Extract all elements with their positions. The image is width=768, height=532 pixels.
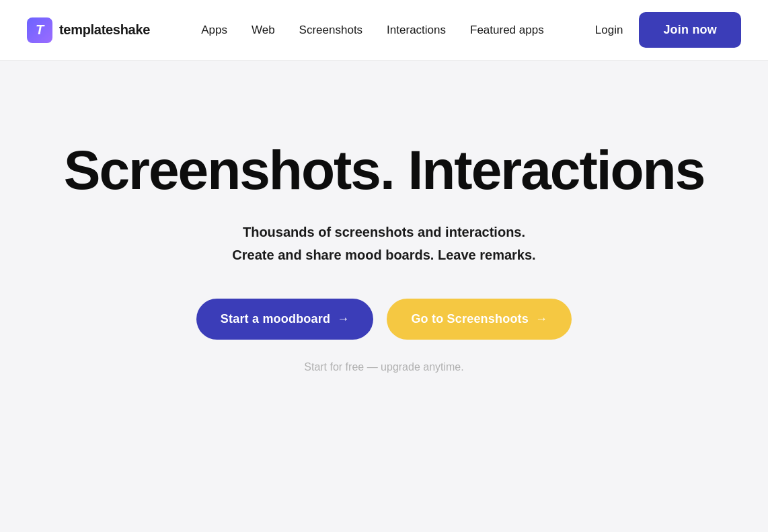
btn-screenshots-label: Go to Screenshoots	[411, 312, 529, 326]
join-now-button[interactable]: Join now	[639, 12, 741, 48]
nav-item-apps[interactable]: Apps	[201, 24, 227, 37]
btn-moodboard-label: Start a moodboard	[221, 312, 330, 326]
nav-item-web[interactable]: Web	[252, 24, 275, 37]
nav-item-interactions[interactable]: Interactions	[387, 24, 446, 37]
hero-title: Screenshots. Interactions	[64, 141, 705, 199]
main-content: Screenshots. Interactions Thousands of s…	[0, 61, 768, 427]
main-nav: Apps Web Screenshots Interactions Featur…	[201, 24, 543, 37]
logo-text: templateshake	[59, 22, 150, 38]
free-note: Start for free — upgrade anytime.	[304, 361, 463, 373]
btn-screenshots-arrow: →	[535, 312, 547, 326]
login-link[interactable]: Login	[595, 24, 623, 37]
hero-subtitle-line2: Create and share mood boards. Leave rema…	[232, 243, 535, 266]
logo[interactable]: T templateshake	[27, 17, 150, 43]
hero-subtitle-line1: Thousands of screenshots and interaction…	[232, 221, 535, 243]
cta-buttons: Start a moodboard → Go to Screenshoots →	[196, 299, 572, 340]
hero-section: Screenshots. Interactions Thousands of s…	[0, 61, 768, 427]
header-actions: Login Join now	[595, 12, 741, 48]
btn-moodboard-arrow: →	[337, 312, 349, 326]
site-header: T templateshake Apps Web Screenshots Int…	[0, 0, 768, 61]
go-to-screenshots-button[interactable]: Go to Screenshoots →	[387, 299, 572, 340]
nav-item-featured-apps[interactable]: Featured apps	[470, 24, 544, 37]
start-moodboard-button[interactable]: Start a moodboard →	[196, 299, 374, 340]
hero-subtitle: Thousands of screenshots and interaction…	[232, 221, 535, 266]
logo-icon: T	[27, 17, 52, 43]
nav-item-screenshots[interactable]: Screenshots	[299, 24, 363, 37]
